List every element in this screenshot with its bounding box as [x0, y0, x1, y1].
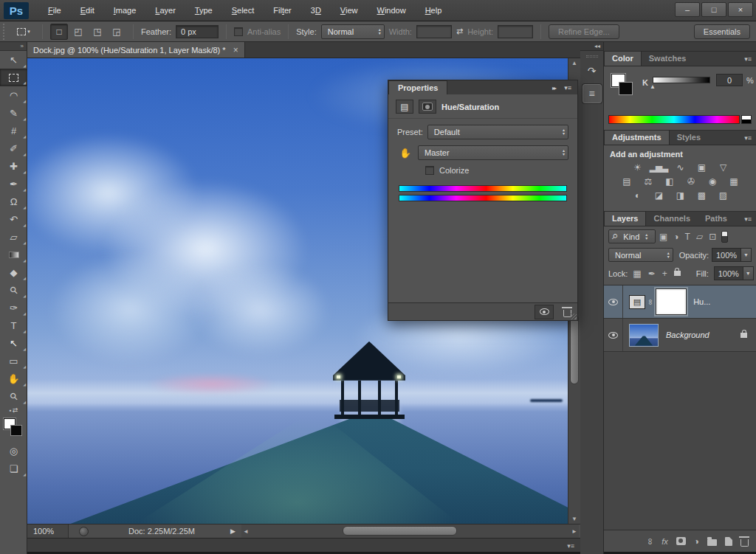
new-group-icon[interactable]	[707, 537, 717, 546]
screen-mode-button[interactable]: ❏◢	[0, 460, 27, 477]
maximize-button[interactable]: □	[701, 2, 726, 17]
black-white-icon[interactable]: ◧	[662, 176, 677, 187]
tab-adjustments[interactable]: Adjustments	[604, 130, 670, 145]
resize-grip[interactable]	[571, 314, 577, 319]
filter-kind-combo[interactable]: ⚲ Kind ▴▾	[608, 229, 656, 243]
swap-colors-icon[interactable]: ▪⇄	[0, 405, 27, 415]
targeted-adjustment-icon[interactable]: ✋	[397, 148, 413, 159]
opacity-control[interactable]: 100% ▼	[712, 248, 752, 262]
layer-thumbnail[interactable]	[629, 324, 659, 347]
curves-icon[interactable]: ∿	[673, 162, 687, 173]
colorize-checkbox[interactable]	[425, 166, 434, 175]
gradient-tool[interactable]: ◢	[0, 246, 27, 263]
spectrum-bw-swatches[interactable]	[741, 115, 752, 124]
antialias-checkbox[interactable]	[234, 27, 243, 36]
menu-edit[interactable]: Edit	[72, 3, 103, 18]
tool-preset-picker[interactable]: ▾	[13, 24, 35, 40]
panel-menu-icon[interactable]: ▾≡	[744, 215, 752, 223]
subtract-from-selection-icon[interactable]: ◳	[89, 24, 106, 40]
visibility-eye-icon[interactable]	[535, 305, 554, 319]
posterize-icon[interactable]: ◪	[651, 190, 666, 201]
zoom-tool[interactable]: ⚲◢	[0, 387, 27, 405]
menu-image[interactable]: Image	[105, 3, 145, 18]
vertical-scrollbar-thumb[interactable]	[570, 314, 579, 384]
minimize-button[interactable]: –	[675, 2, 700, 17]
tab-paths[interactable]: Paths	[698, 212, 735, 226]
k-value-input[interactable]: 0	[716, 74, 743, 86]
blur-tool[interactable]: ◆◢	[0, 263, 27, 281]
lock-transparency-icon[interactable]: ▦	[633, 269, 641, 279]
rectangular-marquee-tool[interactable]: ◢	[0, 69, 27, 86]
close-button[interactable]: ×	[728, 2, 753, 17]
mask-link-icon[interactable]: ∞	[647, 299, 655, 304]
adjustment-settings-icon[interactable]: ▤	[396, 100, 413, 114]
add-to-selection-icon[interactable]: ◰	[69, 24, 87, 40]
k-slider[interactable]	[653, 77, 710, 83]
panel-menu-icon[interactable]: ▾≡	[744, 134, 752, 142]
move-tool[interactable]: ↖◢	[0, 51, 27, 69]
tools-collapse-button[interactable]: »	[0, 42, 27, 51]
selective-color-icon[interactable]: ▨	[715, 190, 730, 201]
brightness-contrast-icon[interactable]: ☀	[630, 162, 645, 173]
swap-dimensions-icon[interactable]: ⇄	[456, 27, 463, 36]
pen-tool[interactable]: ✑◢	[0, 299, 27, 316]
menu-help[interactable]: Help	[416, 3, 451, 18]
menu-select[interactable]: Select	[223, 3, 264, 18]
path-selection-tool[interactable]: ↖◢	[0, 334, 27, 352]
eyedropper-tool[interactable]: ✐◢	[0, 139, 27, 157]
filter-type-icon[interactable]: T	[685, 232, 690, 242]
crop-tool[interactable]: #◢	[0, 122, 27, 139]
filter-smart-object-icon[interactable]: ⊡	[709, 232, 716, 242]
link-layers-icon[interactable]: ∞	[645, 538, 656, 544]
layer-row[interactable]: Background	[604, 319, 756, 352]
k-slider-thumb[interactable]: ▲	[650, 83, 656, 90]
width-input[interactable]	[416, 25, 452, 38]
tab-styles[interactable]: Styles	[670, 131, 708, 145]
hue-saturation-icon[interactable]: ▤	[619, 176, 634, 187]
quick-mask-button[interactable]: ◎	[0, 442, 27, 460]
refine-edge-button[interactable]: Refine Edge...	[549, 24, 619, 39]
history-panel-icon[interactable]: ↷	[583, 61, 602, 80]
tab-swatches[interactable]: Swatches	[642, 52, 694, 66]
history-brush-tool[interactable]: ↶◢	[0, 210, 27, 228]
scroll-up-icon[interactable]: ▲	[568, 60, 580, 66]
channel-combo[interactable]: Master ▴▾	[418, 145, 568, 160]
eraser-tool[interactable]: ▱◢	[0, 228, 27, 246]
height-input[interactable]	[498, 25, 533, 38]
tab-properties[interactable]: Properties	[388, 80, 447, 94]
expand-panels-button[interactable]: ◂◂	[580, 42, 603, 51]
layer-style-icon[interactable]: fx	[662, 537, 668, 546]
fill-control[interactable]: 100% ▼	[714, 266, 754, 280]
horizontal-scrollbar[interactable]: ◄ ►	[241, 524, 579, 538]
layer-visibility-toggle[interactable]	[604, 319, 623, 351]
filter-shape-icon[interactable]: ▱	[696, 232, 703, 242]
hand-tool[interactable]: ✋◢	[0, 370, 27, 387]
tab-channels[interactable]: Channels	[646, 212, 698, 226]
vibrance-icon[interactable]: ▽	[715, 162, 730, 173]
threshold-icon[interactable]: ◨	[673, 190, 687, 201]
tab-color[interactable]: Color	[604, 51, 642, 66]
close-tab-icon[interactable]: ×	[233, 45, 238, 55]
filter-toggle-switch[interactable]	[721, 231, 728, 243]
panel-menu-icon[interactable]: ▾≡	[744, 55, 752, 63]
menu-layer[interactable]: Layer	[146, 3, 185, 18]
layer-visibility-toggle[interactable]	[604, 285, 623, 318]
status-flyout-arrow[interactable]: ▶	[230, 527, 236, 535]
layer-mask-thumbnail[interactable]	[656, 289, 686, 314]
clone-stamp-tool[interactable]: Ω◢	[0, 193, 27, 210]
invert-icon[interactable]: ◐	[630, 190, 645, 201]
blend-mode-combo[interactable]: Normal ▴▾	[608, 248, 673, 262]
new-layer-icon[interactable]	[725, 537, 732, 546]
menu-type[interactable]: Type	[186, 3, 221, 18]
zoom-level-field[interactable]: 100%	[27, 524, 69, 538]
workspace-switcher-button[interactable]: Essentials	[694, 24, 750, 39]
exposure-icon[interactable]: ▣	[694, 162, 709, 173]
brush-tool[interactable]: ✒◢	[0, 175, 27, 193]
lock-position-icon[interactable]: +	[662, 269, 667, 279]
horizontal-scrollbar-thumb[interactable]	[343, 526, 457, 536]
color-lookup-icon[interactable]: ▦	[726, 176, 741, 187]
scroll-down-icon[interactable]: ▼	[568, 516, 580, 522]
mask-properties-icon[interactable]	[419, 100, 436, 114]
color-balance-icon[interactable]: ⚖	[641, 176, 656, 187]
spot-healing-brush-tool[interactable]: ✚◢	[0, 157, 27, 175]
